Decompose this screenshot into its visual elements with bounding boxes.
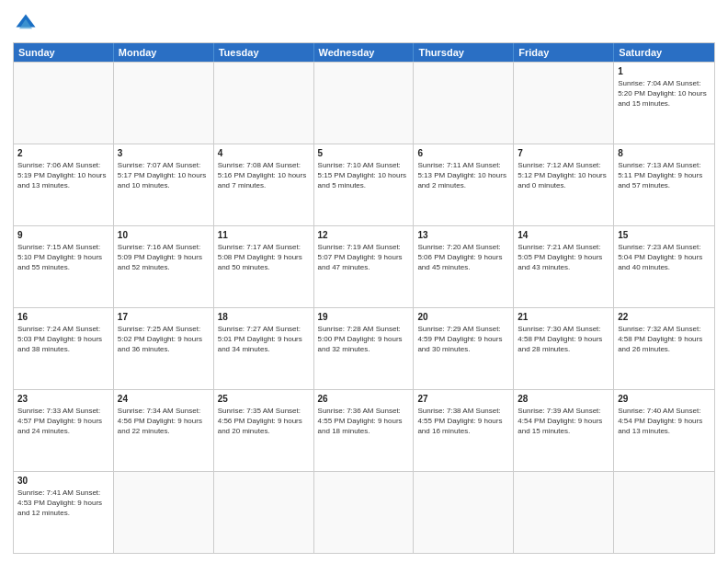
day-number: 19 bbox=[318, 311, 410, 323]
empty-cell bbox=[414, 472, 514, 553]
day-number: 1 bbox=[618, 65, 711, 77]
day-cell-21: 21Sunrise: 7:30 AM Sunset: 4:58 PM Dayli… bbox=[514, 308, 614, 389]
logo bbox=[13, 11, 42, 37]
day-cell-15: 15Sunrise: 7:23 AM Sunset: 5:04 PM Dayli… bbox=[614, 226, 714, 307]
day-number: 17 bbox=[118, 311, 210, 323]
day-cell-23: 23Sunrise: 7:33 AM Sunset: 4:57 PM Dayli… bbox=[14, 390, 114, 471]
empty-cell bbox=[214, 472, 314, 553]
day-info: Sunrise: 7:06 AM Sunset: 5:19 PM Dayligh… bbox=[17, 161, 109, 190]
week-row-5: 30Sunrise: 7:41 AM Sunset: 4:53 PM Dayli… bbox=[14, 471, 714, 553]
day-info: Sunrise: 7:10 AM Sunset: 5:15 PM Dayligh… bbox=[318, 161, 410, 190]
day-number: 24 bbox=[118, 393, 210, 405]
day-number: 27 bbox=[417, 393, 509, 405]
day-number: 23 bbox=[17, 393, 109, 405]
day-info: Sunrise: 7:11 AM Sunset: 5:13 PM Dayligh… bbox=[417, 161, 509, 190]
empty-cell bbox=[214, 63, 314, 144]
day-info: Sunrise: 7:34 AM Sunset: 4:56 PM Dayligh… bbox=[118, 407, 210, 436]
day-info: Sunrise: 7:40 AM Sunset: 4:54 PM Dayligh… bbox=[618, 407, 711, 436]
day-info: Sunrise: 7:24 AM Sunset: 5:03 PM Dayligh… bbox=[17, 325, 109, 354]
day-info: Sunrise: 7:30 AM Sunset: 4:58 PM Dayligh… bbox=[518, 325, 609, 354]
day-number: 6 bbox=[417, 147, 509, 159]
week-row-2: 9Sunrise: 7:15 AM Sunset: 5:10 PM Daylig… bbox=[14, 225, 714, 307]
header-day-monday: Monday bbox=[114, 43, 214, 62]
day-cell-24: 24Sunrise: 7:34 AM Sunset: 4:56 PM Dayli… bbox=[114, 390, 214, 471]
day-info: Sunrise: 7:21 AM Sunset: 5:05 PM Dayligh… bbox=[518, 243, 609, 272]
empty-cell bbox=[614, 472, 714, 553]
week-row-0: 1Sunrise: 7:04 AM Sunset: 5:20 PM Daylig… bbox=[14, 62, 714, 144]
day-cell-5: 5Sunrise: 7:10 AM Sunset: 5:15 PM Daylig… bbox=[314, 144, 415, 225]
day-number: 3 bbox=[118, 147, 210, 159]
day-number: 20 bbox=[417, 311, 509, 323]
day-cell-19: 19Sunrise: 7:28 AM Sunset: 5:00 PM Dayli… bbox=[314, 308, 415, 389]
day-cell-12: 12Sunrise: 7:19 AM Sunset: 5:07 PM Dayli… bbox=[314, 226, 415, 307]
day-cell-17: 17Sunrise: 7:25 AM Sunset: 5:02 PM Dayli… bbox=[114, 308, 214, 389]
day-number: 16 bbox=[17, 311, 109, 323]
day-number: 18 bbox=[218, 311, 310, 323]
day-cell-30: 30Sunrise: 7:41 AM Sunset: 4:53 PM Dayli… bbox=[14, 472, 114, 553]
day-cell-25: 25Sunrise: 7:35 AM Sunset: 4:56 PM Dayli… bbox=[214, 390, 314, 471]
day-number: 2 bbox=[17, 147, 109, 159]
header-day-wednesday: Wednesday bbox=[314, 43, 415, 62]
header-day-saturday: Saturday bbox=[614, 43, 714, 62]
day-number: 10 bbox=[118, 229, 210, 241]
day-cell-29: 29Sunrise: 7:40 AM Sunset: 4:54 PM Dayli… bbox=[614, 390, 714, 471]
day-cell-20: 20Sunrise: 7:29 AM Sunset: 4:59 PM Dayli… bbox=[414, 308, 514, 389]
day-number: 29 bbox=[618, 393, 711, 405]
header-day-friday: Friday bbox=[514, 43, 614, 62]
calendar-body: 1Sunrise: 7:04 AM Sunset: 5:20 PM Daylig… bbox=[14, 62, 714, 553]
day-cell-14: 14Sunrise: 7:21 AM Sunset: 5:05 PM Dayli… bbox=[514, 226, 614, 307]
empty-cell bbox=[14, 63, 114, 144]
day-cell-6: 6Sunrise: 7:11 AM Sunset: 5:13 PM Daylig… bbox=[414, 144, 514, 225]
day-info: Sunrise: 7:36 AM Sunset: 4:55 PM Dayligh… bbox=[318, 407, 410, 436]
logo-icon bbox=[13, 11, 39, 37]
header-day-sunday: Sunday bbox=[14, 43, 114, 62]
day-number: 8 bbox=[618, 147, 711, 159]
day-info: Sunrise: 7:16 AM Sunset: 5:09 PM Dayligh… bbox=[118, 243, 210, 272]
week-row-3: 16Sunrise: 7:24 AM Sunset: 5:03 PM Dayli… bbox=[14, 307, 714, 389]
day-info: Sunrise: 7:17 AM Sunset: 5:08 PM Dayligh… bbox=[218, 243, 310, 272]
day-info: Sunrise: 7:20 AM Sunset: 5:06 PM Dayligh… bbox=[417, 243, 509, 272]
day-info: Sunrise: 7:28 AM Sunset: 5:00 PM Dayligh… bbox=[318, 325, 410, 354]
day-info: Sunrise: 7:29 AM Sunset: 4:59 PM Dayligh… bbox=[417, 325, 509, 354]
header bbox=[13, 11, 715, 37]
day-info: Sunrise: 7:38 AM Sunset: 4:55 PM Dayligh… bbox=[417, 407, 509, 436]
day-cell-2: 2Sunrise: 7:06 AM Sunset: 5:19 PM Daylig… bbox=[14, 144, 114, 225]
day-info: Sunrise: 7:13 AM Sunset: 5:11 PM Dayligh… bbox=[618, 161, 711, 190]
empty-cell bbox=[114, 63, 214, 144]
day-number: 12 bbox=[318, 229, 410, 241]
empty-cell bbox=[514, 63, 614, 144]
day-number: 11 bbox=[218, 229, 310, 241]
day-cell-4: 4Sunrise: 7:08 AM Sunset: 5:16 PM Daylig… bbox=[214, 144, 314, 225]
day-number: 13 bbox=[417, 229, 509, 241]
day-cell-11: 11Sunrise: 7:17 AM Sunset: 5:08 PM Dayli… bbox=[214, 226, 314, 307]
day-number: 22 bbox=[618, 311, 711, 323]
week-row-1: 2Sunrise: 7:06 AM Sunset: 5:19 PM Daylig… bbox=[14, 144, 714, 225]
day-number: 14 bbox=[518, 229, 609, 241]
day-info: Sunrise: 7:15 AM Sunset: 5:10 PM Dayligh… bbox=[17, 243, 109, 272]
day-number: 7 bbox=[518, 147, 609, 159]
header-day-thursday: Thursday bbox=[414, 43, 514, 62]
day-info: Sunrise: 7:07 AM Sunset: 5:17 PM Dayligh… bbox=[118, 161, 210, 190]
day-cell-3: 3Sunrise: 7:07 AM Sunset: 5:17 PM Daylig… bbox=[114, 144, 214, 225]
day-info: Sunrise: 7:12 AM Sunset: 5:12 PM Dayligh… bbox=[518, 161, 609, 190]
day-cell-16: 16Sunrise: 7:24 AM Sunset: 5:03 PM Dayli… bbox=[14, 308, 114, 389]
week-row-4: 23Sunrise: 7:33 AM Sunset: 4:57 PM Dayli… bbox=[14, 389, 714, 471]
day-info: Sunrise: 7:04 AM Sunset: 5:20 PM Dayligh… bbox=[618, 79, 711, 109]
empty-cell bbox=[414, 63, 514, 144]
day-cell-7: 7Sunrise: 7:12 AM Sunset: 5:12 PM Daylig… bbox=[514, 144, 614, 225]
day-number: 28 bbox=[518, 393, 609, 405]
day-cell-9: 9Sunrise: 7:15 AM Sunset: 5:10 PM Daylig… bbox=[14, 226, 114, 307]
day-cell-22: 22Sunrise: 7:32 AM Sunset: 4:58 PM Dayli… bbox=[614, 308, 714, 389]
empty-cell bbox=[514, 472, 614, 553]
day-info: Sunrise: 7:35 AM Sunset: 4:56 PM Dayligh… bbox=[218, 407, 310, 436]
day-cell-26: 26Sunrise: 7:36 AM Sunset: 4:55 PM Dayli… bbox=[314, 390, 415, 471]
header-day-tuesday: Tuesday bbox=[214, 43, 314, 62]
calendar-header: SundayMondayTuesdayWednesdayThursdayFrid… bbox=[14, 43, 714, 62]
day-number: 5 bbox=[318, 147, 410, 159]
day-cell-8: 8Sunrise: 7:13 AM Sunset: 5:11 PM Daylig… bbox=[614, 144, 714, 225]
day-info: Sunrise: 7:27 AM Sunset: 5:01 PM Dayligh… bbox=[218, 325, 310, 354]
day-cell-10: 10Sunrise: 7:16 AM Sunset: 5:09 PM Dayli… bbox=[114, 226, 214, 307]
day-cell-28: 28Sunrise: 7:39 AM Sunset: 4:54 PM Dayli… bbox=[514, 390, 614, 471]
day-cell-1: 1Sunrise: 7:04 AM Sunset: 5:20 PM Daylig… bbox=[614, 63, 714, 144]
empty-cell bbox=[114, 472, 214, 553]
